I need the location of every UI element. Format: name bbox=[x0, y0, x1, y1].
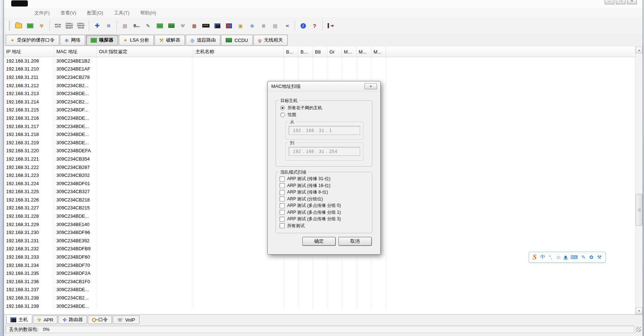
nc-card-button[interactable]: ▦ bbox=[189, 20, 200, 32]
skin-icon[interactable]: ✿ bbox=[589, 254, 593, 260]
column-header-ip[interactable]: IP 地址 bbox=[4, 47, 54, 57]
column-header-m1[interactable]: M... bbox=[356, 47, 371, 57]
disks-button[interactable]: ≣ bbox=[258, 20, 269, 32]
menu-item-0[interactable]: 文件(F) bbox=[33, 9, 51, 17]
punctuation-icon[interactable]: °, bbox=[549, 254, 553, 260]
speaker-button[interactable]: ◄) bbox=[281, 20, 292, 32]
checkbox-arp-test-5[interactable]: ARP 测试 (多点传播 分组 1) bbox=[280, 210, 371, 216]
table-row[interactable]: 192.168.31.209309C234BE1B2 bbox=[4, 57, 636, 65]
column-header-b8[interactable]: B8 bbox=[313, 47, 327, 57]
nic-card-button[interactable]: ▤ bbox=[120, 20, 130, 32]
tab-lsa-secrets[interactable]: ✦LSA 分析 bbox=[119, 35, 154, 46]
bottom-tab-voip[interactable]: ☏VoIP bbox=[113, 315, 139, 324]
column-header-m3[interactable]: M... bbox=[371, 47, 386, 57]
chinese-mode-icon[interactable]: 中 bbox=[540, 254, 545, 260]
tab-wireless[interactable]: ψ无线相关 bbox=[254, 35, 288, 46]
tab-ccdu[interactable]: CCDU bbox=[221, 35, 253, 46]
menu-item-4[interactable]: 帮助(H) bbox=[139, 9, 157, 17]
table-row[interactable]: 192.168.31.210309C234BE1AF bbox=[4, 65, 636, 73]
column-header-b16[interactable]: B... bbox=[298, 47, 313, 57]
table-row[interactable]: 192.168.31.239309C234BDE... bbox=[4, 302, 636, 310]
toolbar-grip[interactable] bbox=[7, 21, 10, 31]
radio-all-subnet-hosts[interactable]: 所有在子网的主机 bbox=[280, 105, 322, 111]
bottom-tab-passwords[interactable]: 口令 bbox=[88, 315, 112, 324]
scrollbar-track[interactable] bbox=[636, 54, 643, 307]
maximize-button[interactable]: ❐ bbox=[616, 0, 626, 4]
minimize-button[interactable]: — bbox=[605, 0, 614, 4]
checkbox-arp-test-4[interactable]: ARP 测试 (多点传播 分组 0) bbox=[280, 203, 371, 209]
console-button[interactable] bbox=[212, 20, 223, 32]
tab-sniffer[interactable]: 嗅探器 bbox=[86, 35, 118, 46]
chall-spoof-ntlm-button[interactable]: CHALL SPOOF NTLM bbox=[75, 20, 86, 32]
checkbox-arp-test-6[interactable]: ARP 测试 (多点传播 分组 3) bbox=[280, 216, 371, 222]
info-button[interactable]: i bbox=[298, 20, 308, 32]
menu-item-1[interactable]: 查看(V) bbox=[59, 9, 78, 17]
tab-traceroute[interactable]: ◎追踪路由 bbox=[186, 35, 220, 46]
column-header-mac[interactable]: MAC 地址 bbox=[54, 47, 97, 57]
table-row[interactable]: 192.168.31.235309C234BDF2A bbox=[4, 269, 636, 277]
notes-button[interactable]: ✎ bbox=[143, 20, 154, 32]
ok-button[interactable]: 确定 bbox=[302, 237, 336, 246]
tab-cracker[interactable]: ⚒破解器 bbox=[155, 35, 185, 46]
tab-network[interactable]: ⊕网络 bbox=[60, 35, 85, 46]
certificates-button[interactable]: ▣ bbox=[235, 20, 246, 32]
column-header-gr[interactable]: Gr bbox=[327, 47, 342, 57]
open-file-button[interactable] bbox=[13, 20, 24, 32]
report-button[interactable]: ▤ bbox=[270, 20, 281, 32]
network-enum-button[interactable]: ⊕ bbox=[247, 20, 258, 32]
column-header-b31[interactable]: B... bbox=[284, 47, 298, 57]
help-button[interactable]: ? bbox=[309, 20, 320, 32]
scroll-down-button[interactable]: ▼ bbox=[636, 307, 643, 314]
table-row[interactable]: 192.168.31.238309C234CB2... bbox=[4, 294, 636, 302]
toolbox-icon[interactable]: ⚒ bbox=[597, 254, 602, 260]
dialog-title-bar[interactable]: MAC地址扫描 bbox=[268, 81, 380, 92]
checkbox-arp-test-1[interactable]: ARP 测试 (传播 16-位) bbox=[280, 183, 371, 189]
resize-grip[interactable] bbox=[636, 327, 641, 332]
title-bar[interactable]: —❐✕ bbox=[4, 0, 643, 8]
cancel-button[interactable]: 取消 bbox=[338, 237, 372, 246]
tab-protected-cache-passwords[interactable]: ✦受保护的缓存口令 bbox=[6, 35, 59, 46]
menu-item-2[interactable]: 配置(O) bbox=[86, 9, 105, 17]
bottom-tab-routes[interactable]: ✜路由器 bbox=[58, 315, 87, 324]
table-row[interactable]: 192.168.31.236309C234CB1F0 bbox=[4, 277, 636, 286]
add-to-list-button[interactable]: ✚ bbox=[92, 20, 103, 32]
bottom-tab-hosts[interactable]: 主机 bbox=[6, 315, 32, 324]
fork-button[interactable]: Ψ bbox=[177, 20, 188, 32]
bottom-tab-apr[interactable]: ☢APR bbox=[33, 315, 57, 324]
voice-input-icon[interactable] bbox=[565, 256, 567, 259]
ntlm-auth-icon: NTLM AUTH bbox=[55, 24, 61, 28]
ntlm-auth-button[interactable]: NTLM AUTH bbox=[52, 20, 63, 32]
start-stop-sniffer-button[interactable] bbox=[25, 20, 35, 32]
menu-item-3[interactable]: 工具(T) bbox=[113, 9, 131, 17]
remote-desktop-button[interactable] bbox=[224, 20, 234, 32]
checkbox-arp-test-2[interactable]: ARP 测试 (传播 8-位) bbox=[280, 190, 371, 195]
table-row[interactable]: 192.168.31.211309C234CB278 bbox=[4, 73, 636, 81]
checkbox-arp-test-3[interactable]: ARP 测试 (分组位) bbox=[280, 196, 371, 202]
sogou-logo[interactable]: S bbox=[533, 253, 537, 261]
emoji-icon[interactable]: ☺ bbox=[556, 254, 561, 260]
base64-decoder-button[interactable]: B₆₄ bbox=[131, 20, 142, 32]
handwriting-icon[interactable]: ✎ bbox=[582, 254, 586, 260]
hash-calculator-button[interactable]: *** bbox=[200, 20, 211, 32]
close-button[interactable]: ✕ bbox=[627, 0, 637, 4]
table-row[interactable]: 192.168.31.237309C234BDE... bbox=[4, 286, 636, 294]
wizard-button[interactable]: ❁ bbox=[103, 20, 114, 32]
checkbox-arp-test-0[interactable]: ARP 测试 (传播 31-位) bbox=[280, 176, 371, 182]
chall-spoof-reset-button[interactable]: CHALL SPOOF RESET bbox=[64, 20, 75, 32]
dialog-close-button[interactable]: ✕ bbox=[364, 83, 377, 89]
exit-button[interactable]: ➜ bbox=[325, 20, 336, 32]
mac-chip-a-button[interactable] bbox=[154, 20, 165, 32]
mac-chip-b-button[interactable] bbox=[166, 20, 177, 32]
scrollbar-thumb[interactable] bbox=[636, 194, 643, 226]
radio-range[interactable]: 范围 bbox=[280, 112, 296, 118]
start-stop-apr-button[interactable]: ☢ bbox=[36, 20, 47, 32]
column-header-m0[interactable]: M... bbox=[342, 47, 356, 57]
column-header-oui[interactable]: OUI 指纹鉴定 bbox=[97, 47, 193, 57]
to-ip-field[interactable]: 192 . 168 . 31 . 254 bbox=[289, 147, 360, 156]
checkbox-arp-test-7[interactable]: 所有测试 bbox=[280, 223, 371, 229]
scroll-up-button[interactable]: ▲ bbox=[636, 47, 643, 54]
from-ip-field[interactable]: 192 . 168 . 31 . 1 bbox=[289, 126, 360, 135]
column-header-hostname[interactable]: 主机名称 bbox=[193, 47, 284, 57]
keyboard-icon[interactable]: ⌨ bbox=[570, 254, 578, 260]
vertical-scrollbar[interactable]: ▲ ▼ bbox=[635, 47, 643, 314]
